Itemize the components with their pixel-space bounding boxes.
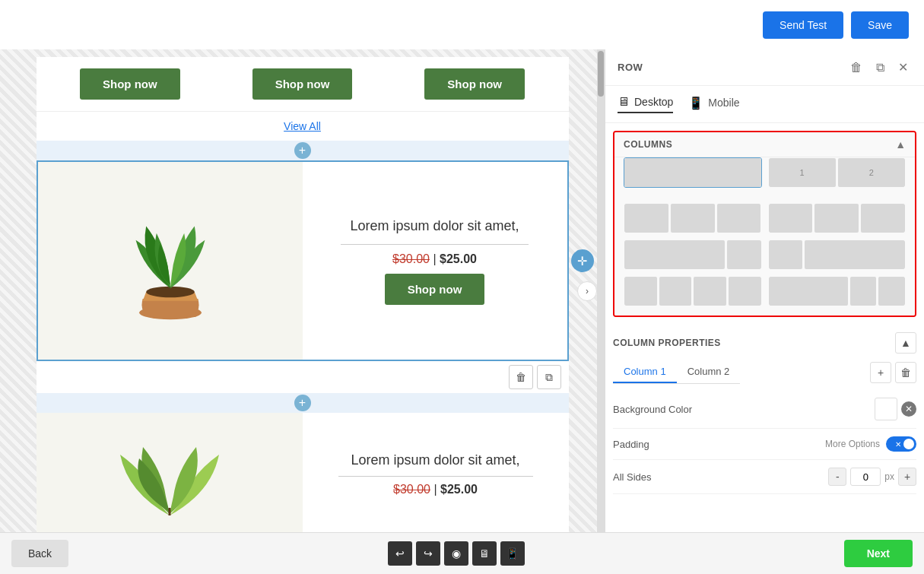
padding-value-input[interactable]	[850, 468, 881, 486]
columns-section: COLUMNS ▲ 1 2	[613, 131, 916, 317]
main-area: Shop now Shop now Shop now View All +	[0, 49, 924, 532]
scroll-thumb[interactable]	[598, 51, 604, 97]
shop-now-button-1[interactable]: Shop now	[80, 68, 180, 100]
product-info-2: Lorem ipsum dolor sit amet, $30.00 | $25…	[303, 413, 569, 532]
save-button[interactable]: Save	[851, 11, 909, 39]
shop-now-row: Shop now Shop now Shop now	[37, 57, 569, 112]
padding-plus-button[interactable]: +	[898, 468, 916, 486]
panel-header-actions: 🗑 ⧉ ✕	[846, 59, 912, 76]
col-layout-3equal-b[interactable]	[768, 203, 907, 233]
col-props-toggle[interactable]: ▲	[895, 332, 916, 354]
col-layout-grid	[614, 194, 915, 316]
scrollbar[interactable]	[597, 49, 605, 532]
bottom-bar: Back ↩ ↪ ◉ 🖥 📱 Next	[0, 532, 924, 574]
undo-button[interactable]: ↩	[388, 541, 412, 566]
desktop-icon: 🖥	[618, 95, 630, 109]
padding-spinner: - px +	[828, 468, 916, 486]
view-all-link[interactable]: View All	[284, 120, 321, 132]
duplicate-row-button[interactable]: ⧉	[537, 365, 561, 389]
move-handle-1[interactable]: ✛	[571, 249, 594, 272]
all-sides-label: All Sides	[613, 471, 652, 483]
preview-button[interactable]: ◉	[444, 541, 468, 566]
product-divider-2	[338, 476, 533, 477]
mobile-icon: 📱	[688, 96, 703, 110]
more-options-container: More Options ✕	[825, 436, 916, 452]
padding-label: Padding	[613, 439, 649, 450]
color-remove-button[interactable]: ✕	[901, 401, 916, 417]
product-shop-button-1[interactable]: Shop now	[385, 274, 485, 305]
all-sides-row: All Sides - px +	[613, 460, 916, 494]
desktop-tab[interactable]: 🖥 Desktop	[618, 95, 673, 113]
background-color-row: Background Color ✕	[613, 390, 916, 429]
new-price-1: $25.00	[440, 252, 477, 265]
add-row-below-button[interactable]: +	[294, 395, 311, 411]
old-price-1: $30.00	[392, 252, 430, 265]
shop-now-button-2[interactable]: Shop now	[252, 68, 353, 100]
duplicate-panel-button[interactable]: ⧉	[872, 59, 888, 76]
col-layout-4equal[interactable]	[624, 276, 762, 306]
delete-panel-button[interactable]: 🗑	[846, 59, 866, 76]
delete-row-button[interactable]: 🗑	[509, 365, 533, 389]
send-test-button[interactable]: Send Test	[763, 11, 843, 39]
old-price-2: $30.00	[393, 483, 430, 496]
col-layout-narrow-wide[interactable]	[768, 239, 907, 270]
column-1-tab[interactable]: Column 1	[613, 361, 677, 383]
product-row-2[interactable]: Lorem ipsum dolor sit amet, $30.00 | $25…	[37, 413, 569, 532]
product-row-1[interactable]: Lorem ipsum dolor sit amet, $30.00 | $25…	[37, 160, 569, 361]
padding-minus-button[interactable]: -	[828, 468, 846, 486]
right-panel: ROW 🗑 ⧉ ✕ 🖥 Desktop 📱 Mobile COLUMNS ▲	[605, 49, 924, 532]
price-separator-2: |	[433, 483, 440, 496]
product-info-1: Lorem ipsum dolor sit amet, $30.00 | $25…	[303, 162, 567, 360]
background-color-label: Background Color	[613, 404, 692, 415]
delete-column-button[interactable]: 🗑	[895, 362, 916, 383]
col-box-single	[624, 158, 761, 187]
panel-title: ROW	[618, 62, 643, 73]
background-color-swatch[interactable]	[875, 398, 897, 420]
product-image-1	[38, 162, 303, 360]
mobile-tab-label: Mobile	[708, 97, 739, 109]
col-properties-section: COLUMN PROPERTIES ▲ Column 1 Column 2 + …	[613, 325, 916, 494]
plant-illustration-1	[110, 185, 231, 337]
mobile-tab[interactable]: 📱 Mobile	[688, 95, 739, 113]
columns-toggle-button[interactable]: ▲	[895, 138, 906, 151]
canvas-area: Shop now Shop now Shop now View All +	[0, 49, 605, 532]
next-button[interactable]: Next	[844, 540, 913, 567]
bottom-toolbar: ↩ ↪ ◉ 🖥 📱	[388, 541, 525, 566]
redo-button[interactable]: ↪	[416, 541, 440, 566]
padding-unit: px	[884, 471, 894, 482]
col-layout-wide-narrow[interactable]	[624, 239, 762, 270]
col-properties-title: COLUMN PROPERTIES	[613, 338, 721, 348]
new-price-2: $25.00	[440, 483, 478, 496]
top-bar: Send Test Save	[0, 0, 924, 49]
close-panel-button[interactable]: ✕	[894, 59, 912, 76]
col-layout-row-1: 1 2	[614, 157, 915, 194]
col-box-num2: 2	[838, 158, 905, 187]
add-row-below: +	[37, 393, 569, 413]
svg-point-1	[146, 287, 195, 298]
scroll-right-arrow[interactable]: ›	[577, 281, 597, 301]
desktop-tab-label: Desktop	[634, 96, 673, 108]
col-props-actions: ▲	[895, 332, 916, 354]
mobile-view-button[interactable]: 📱	[500, 541, 525, 566]
col-layout-wide-2narrow[interactable]	[768, 276, 907, 306]
column-tabs: Column 1 Column 2	[613, 361, 740, 384]
more-options-label: More Options	[825, 439, 880, 449]
view-tabs: 🖥 Desktop 📱 Mobile	[605, 86, 924, 123]
add-row-above-button[interactable]: +	[294, 142, 311, 159]
panel-header: ROW 🗑 ⧉ ✕	[605, 49, 924, 86]
add-column-button[interactable]: +	[870, 362, 891, 383]
col-layout-single[interactable]	[624, 157, 762, 188]
col-layout-1-2[interactable]: 1 2	[768, 157, 907, 188]
back-button[interactable]: Back	[11, 540, 68, 567]
col-box-num1: 1	[769, 158, 836, 187]
shop-now-button-3[interactable]: Shop now	[424, 68, 525, 100]
desktop-view-button[interactable]: 🖥	[472, 541, 497, 566]
col-layout-3equal-a[interactable]	[624, 203, 762, 233]
add-row-above: +	[37, 141, 569, 160]
col-props-header: COLUMN PROPERTIES ▲	[613, 325, 916, 361]
column-2-tab[interactable]: Column 2	[677, 361, 741, 383]
product-divider-1	[341, 244, 528, 245]
columns-section-header: COLUMNS ▲	[614, 132, 915, 157]
price-separator-1: |	[433, 252, 440, 265]
more-options-toggle[interactable]: ✕	[886, 436, 916, 452]
